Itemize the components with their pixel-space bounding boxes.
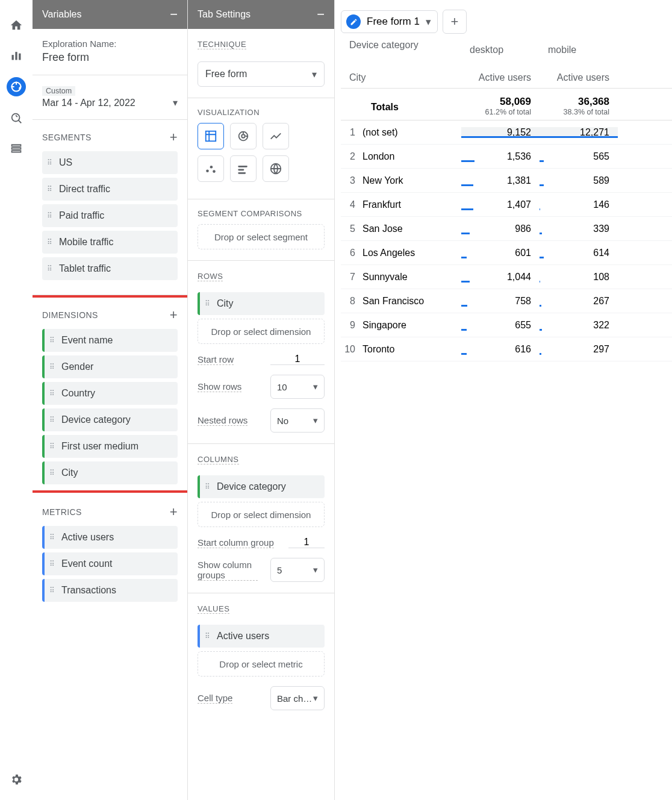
row-value-2: 108 [540,272,618,283]
row-value-2: 339 [540,223,618,234]
table-row[interactable]: 9 Singapore 655 322 [341,313,672,337]
dimension-chip-0[interactable]: ⠿Event name [42,329,178,352]
tab-settings-title: Tab Settings [198,9,250,20]
start-col-label: Start column group [198,537,274,548]
add-dimension-button[interactable]: + [170,307,178,323]
table-row[interactable]: 4 Frankfurt 1,407 146 [341,193,672,217]
date-range-picker[interactable]: Mar 14 - Apr 12, 2022 ▾ [42,97,178,108]
dimension-chip-1[interactable]: ⠿Gender [42,355,178,378]
viz-table-icon[interactable] [198,123,224,149]
svg-point-11 [206,169,209,172]
table-row[interactable]: 10 Toronto 616 297 [341,337,672,361]
tab-settings-header: Tab Settings − [188,0,334,29]
report-table: Device category desktop mobile City Acti… [341,40,672,361]
svg-point-4 [12,114,20,122]
segment-chip-3[interactable]: ⠿Mobile traffic [42,231,178,254]
viz-scatter-icon[interactable] [198,155,224,182]
row-city: Sunnyvale [362,272,461,283]
values-label: VALUES [198,604,229,614]
show-rows-select[interactable]: 10▾ [270,375,325,399]
explore-icon[interactable] [7,77,26,96]
table-row[interactable]: 8 San Francisco 758 267 [341,289,672,313]
rows-chip-0[interactable]: ⠿City [198,292,325,315]
home-icon[interactable] [8,17,25,34]
table-row[interactable]: 3 New York 1,381 589 [341,169,672,193]
exploration-name[interactable]: Free form [42,51,178,64]
start-col-input[interactable] [288,537,325,548]
row-value-1: 655 [461,320,540,331]
drag-grip-icon: ⠿ [205,485,212,489]
report-tab[interactable]: Free form 1 ▾ [341,10,438,33]
cols-chip-0[interactable]: ⠿Device category [198,475,325,498]
show-cols-select[interactable]: 5▾ [270,558,325,582]
collapse-settings[interactable]: − [317,8,325,21]
metric-chip-1[interactable]: ⠿Event count [42,552,178,575]
svg-rect-7 [12,151,21,152]
row-index: 8 [341,296,362,307]
add-tab-button[interactable]: + [443,10,467,34]
show-rows-label: Show rows [198,381,241,392]
segment-chip-1[interactable]: ⠿Direct traffic [42,178,178,201]
left-nav [0,0,33,800]
value-dropzone[interactable]: Drop or select metric [198,651,325,677]
table-row[interactable]: 7 Sunnyvale 1,044 108 [341,265,672,289]
add-metric-button[interactable]: + [170,504,178,520]
values-chip-0[interactable]: ⠿Active users [198,625,325,648]
dimension-chip-4[interactable]: ⠿First user medium [42,435,178,458]
viz-donut-icon[interactable] [230,123,257,149]
metric-chip-2[interactable]: ⠿Transactions [42,579,178,602]
viz-line-icon[interactable] [263,123,289,149]
chevron-down-icon: ▾ [312,69,317,80]
technique-select[interactable]: Free form ▾ [198,61,325,87]
dimension-chip-5[interactable]: ⠿City [42,461,178,484]
add-segment-button[interactable]: + [170,130,178,145]
col-header-1: desktop [461,40,540,67]
row-dropzone[interactable]: Drop or select dimension [198,319,325,344]
exploration-name-label: Exploration Name: [42,39,178,49]
viz-geo-icon[interactable] [263,155,289,182]
row-index: 2 [341,151,362,162]
reports-icon[interactable] [8,47,25,64]
visualization-label: VISUALIZATION [198,108,325,117]
segment-chip-0[interactable]: ⠿US [42,151,178,174]
svg-rect-0 [12,55,14,60]
segment-chip-4[interactable]: ⠿Tablet traffic [42,257,178,280]
date-range-type: Custom [42,86,75,96]
col-dimension-header: Device category [341,40,461,67]
col-header-2: mobile [540,40,618,67]
table-row[interactable]: 2 London 1,536 565 [341,145,672,169]
columns-label: COLUMNS [198,455,239,464]
row-city: Singapore [362,320,461,331]
row-value-1: 986 [461,223,540,234]
row-city: London [362,151,461,162]
row-index: 10 [341,344,362,355]
technique-label: TECHNIQUE [198,40,246,49]
viz-bar-icon[interactable] [230,155,257,182]
collapse-variables[interactable]: − [170,8,178,21]
table-row[interactable]: 1 (not set) 9,152 12,271 [341,120,672,145]
segment-dropzone[interactable]: Drop or select segment [198,224,325,249]
start-row-input[interactable] [270,354,325,365]
variables-header: Variables − [33,0,187,29]
advertising-icon[interactable] [8,110,25,127]
dimension-chip-2[interactable]: ⠿Country [42,382,178,405]
configure-icon[interactable] [8,140,25,157]
segment-chip-2[interactable]: ⠿Paid traffic [42,204,178,227]
dimension-chip-3[interactable]: ⠿Device category [42,408,178,431]
gear-icon[interactable] [8,771,25,788]
date-range-value: Mar 14 - Apr 12, 2022 [42,98,135,108]
col-dropzone[interactable]: Drop or select dimension [198,502,325,527]
drag-grip-icon: ⠿ [205,634,212,638]
row-city: San Francisco [362,296,461,307]
drag-grip-icon: ⠿ [49,365,57,369]
table-row[interactable]: 6 Los Angeles 601 614 [341,241,672,265]
show-cols-label: Show column groups [198,560,258,581]
nested-rows-select[interactable]: No▾ [270,408,325,433]
metric-chip-0[interactable]: ⠿Active users [42,526,178,549]
row-value-2: 614 [540,248,618,258]
row-value-1: 1,044 [461,272,540,283]
table-row[interactable]: 5 San Jose 986 339 [341,217,672,241]
row-value-1: 616 [461,344,540,355]
cell-type-select[interactable]: Bar ch…▾ [270,686,325,710]
variables-panel: Variables − Exploration Name: Free form … [33,0,188,800]
